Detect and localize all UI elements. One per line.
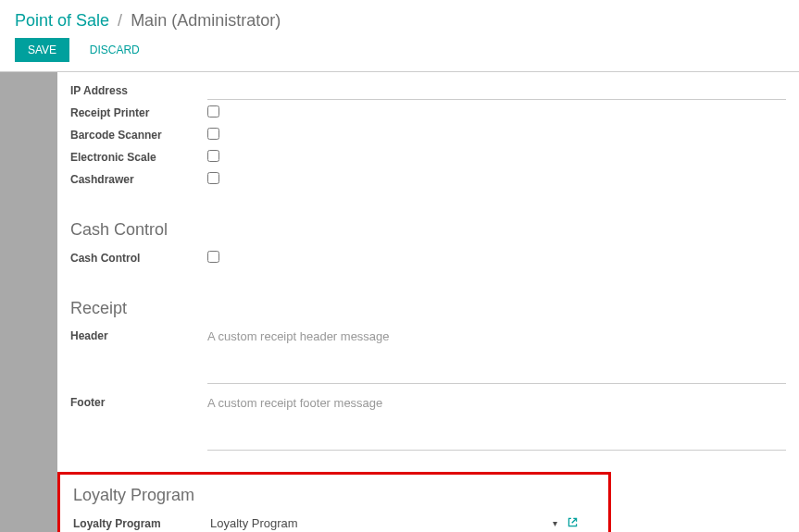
electronic-scale-checkbox[interactable] [207, 150, 219, 162]
receipt-printer-label: Receipt Printer [70, 103, 207, 123]
receipt-footer-label: Footer [70, 392, 207, 413]
cashdrawer-checkbox[interactable] [207, 172, 219, 184]
loyalty-program-select[interactable]: Loyalty Program ▾ [210, 514, 557, 532]
breadcrumb-separator: / [118, 11, 122, 30]
barcode-scanner-checkbox[interactable] [207, 128, 219, 140]
loyalty-program-label: Loyalty Program [73, 513, 210, 532]
breadcrumb-current: Main (Administrator) [131, 11, 281, 30]
cashdrawer-label: Cashdrawer [70, 169, 207, 190]
electronic-scale-label: Electronic Scale [70, 147, 207, 167]
discard-button[interactable]: Discard [77, 38, 153, 62]
ip-address-label: IP Address [70, 80, 207, 101]
receipt-printer-checkbox[interactable] [207, 105, 219, 118]
cash-control-section-title: Cash Control [70, 220, 786, 240]
receipt-header-label: Header [70, 326, 207, 346]
breadcrumb: Point of Sale / Main (Administrator) [15, 11, 784, 31]
receipt-header-input[interactable] [207, 326, 786, 384]
external-link-icon[interactable] [567, 516, 579, 531]
left-gutter [0, 72, 57, 532]
breadcrumb-root[interactable]: Point of Sale [15, 11, 109, 30]
loyalty-program-value: Loyalty Program [210, 514, 553, 532]
loyalty-section-title: Loyalty Program [73, 486, 595, 505]
receipt-section-title: Receipt [70, 299, 786, 318]
action-bar: Save Discard [15, 38, 784, 62]
ip-address-input[interactable] [207, 81, 786, 100]
receipt-footer-input[interactable] [207, 392, 786, 451]
save-button[interactable]: Save [15, 38, 69, 62]
chevron-down-icon[interactable]: ▾ [553, 518, 557, 528]
loyalty-highlight-box: Loyalty Program Loyalty Program Loyalty … [57, 472, 611, 532]
form-content: IP Address Receipt Printer Barcode Scann… [57, 72, 799, 532]
cash-control-label: Cash Control [70, 248, 207, 268]
barcode-scanner-label: Barcode Scanner [70, 125, 207, 145]
cash-control-checkbox[interactable] [207, 251, 219, 263]
